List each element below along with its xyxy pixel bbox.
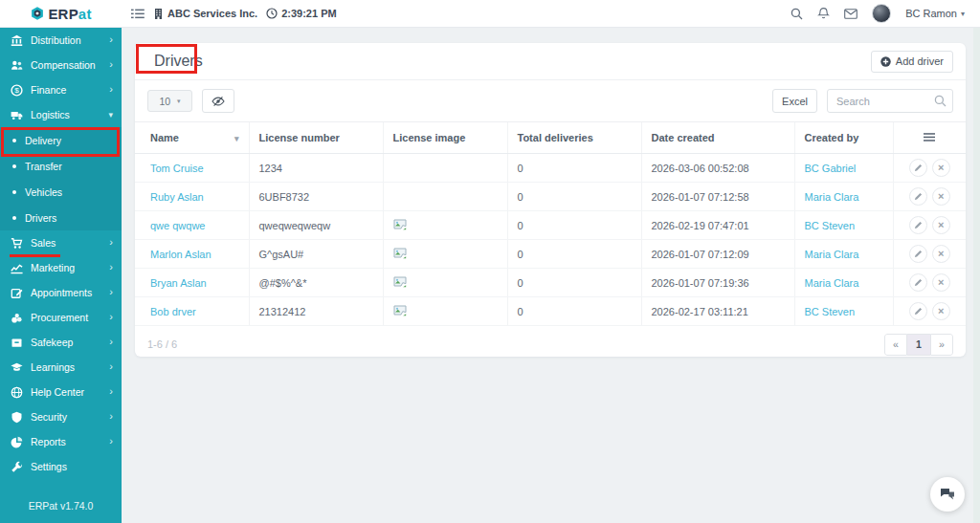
svg-text:$: $ (14, 86, 19, 95)
scrollbar-track[interactable] (973, 28, 980, 523)
created-by-link[interactable]: Maria Clara (805, 277, 859, 289)
sidebar-subitem-transfer[interactable]: Transfer (0, 153, 122, 179)
page-number-button[interactable]: 1 (907, 334, 930, 356)
created-by-link[interactable]: BC Steven (805, 306, 856, 317)
delete-button[interactable]: × (932, 216, 950, 234)
sidebar-subitem-delivery[interactable]: Delivery (0, 127, 122, 153)
search-icon (934, 95, 947, 107)
add-driver-button[interactable]: Add driver (871, 51, 953, 73)
user-menu[interactable]: BC Ramon ▾ (905, 8, 965, 19)
sidebar-item-safekeep[interactable]: Safekeep (0, 330, 122, 355)
mail-icon[interactable] (844, 9, 858, 19)
results-range: 1-6 / 6 (147, 338, 177, 350)
delete-button[interactable]: × (932, 159, 950, 177)
sidebar-subitem-drivers[interactable]: Drivers (0, 205, 122, 230)
date-created-cell: 2026-01-07 07:19:36 (641, 269, 794, 297)
license-number-cell: 6UBF8732 (249, 183, 383, 211)
sidebar-item-compensation[interactable]: Compensation (0, 53, 122, 77)
table-row: Tom Cruise 1234 0 2026-03-06 00:52:08 BC… (135, 154, 966, 183)
annotation-underline-drivers (10, 254, 60, 257)
chevron-right-icon (109, 85, 113, 95)
sidebar-item-learnings[interactable]: Learnings (0, 355, 122, 380)
edit-button[interactable] (909, 159, 927, 177)
toggle-columns-button[interactable] (202, 89, 234, 113)
sidebar-item-label: Appointments (31, 287, 92, 298)
broken-image-icon (393, 219, 407, 230)
bell-icon[interactable] (817, 7, 830, 20)
header-license-number[interactable]: License number (249, 122, 383, 154)
license-number-cell: @#$%^&* (249, 269, 383, 297)
header-date-created[interactable]: Date created (641, 122, 794, 154)
header-name[interactable]: Name▾ (135, 122, 249, 154)
created-by-link[interactable]: BC Gabriel (805, 163, 857, 174)
sidebar-item-finance[interactable]: $ Finance (0, 77, 122, 102)
license-image-cell (383, 240, 507, 269)
prev-page-button[interactable]: « (884, 334, 907, 356)
sidebar-item-sales[interactable]: Sales (0, 230, 122, 255)
sidebar-item-label: Security (31, 411, 67, 423)
date-created-cell: 2026-03-06 00:52:08 (641, 154, 794, 183)
header-total-deliveries[interactable]: Total deliveries (507, 122, 641, 154)
broken-image-icon (393, 276, 407, 288)
x-icon: × (938, 191, 944, 202)
sidebar-item-procurement[interactable]: Procurement (0, 305, 122, 330)
chevron-right-icon (109, 35, 113, 45)
chevron-down-icon (108, 110, 113, 120)
delete-button[interactable]: × (932, 245, 950, 263)
bank-icon (11, 34, 23, 47)
user-avatar[interactable] (872, 4, 891, 23)
broken-image-icon (393, 248, 407, 259)
sidebar-item-settings[interactable]: Settings (0, 454, 122, 479)
header-created-by[interactable]: Created by (794, 122, 893, 154)
graduation-cap-icon (11, 361, 23, 374)
sidebar-toggle-icon[interactable] (131, 9, 145, 19)
created-by-link[interactable]: Maria Clara (805, 249, 859, 260)
delete-button[interactable]: × (932, 302, 950, 320)
driver-name-link[interactable]: Bryan Aslan (150, 277, 207, 289)
next-page-button[interactable]: » (930, 334, 953, 356)
edit-button[interactable] (909, 273, 927, 292)
header-column-menu[interactable] (893, 122, 966, 154)
created-by-link[interactable]: Maria Clara (805, 191, 859, 203)
edit-button[interactable] (909, 216, 927, 234)
sidebar-item-appointments[interactable]: Appointments (0, 280, 122, 305)
driver-name-link[interactable]: Marlon Aslan (150, 249, 212, 260)
chevron-right-icon (109, 338, 113, 347)
sidebar-item-security[interactable]: Security (0, 404, 122, 429)
company-selector[interactable]: ABC Services Inc. (153, 8, 257, 20)
delete-button[interactable]: × (932, 187, 950, 206)
x-icon: × (938, 306, 944, 316)
page-size-select[interactable]: 10 ▾ (147, 90, 192, 112)
header-license-image[interactable]: License image (383, 122, 507, 154)
box-icon (11, 337, 23, 349)
chevron-right-icon (109, 313, 113, 322)
edit-button[interactable] (909, 302, 927, 320)
excel-export-button[interactable]: Excel (772, 89, 817, 113)
sidebar-item-reports[interactable]: Reports (0, 429, 122, 454)
edit-button[interactable] (909, 187, 927, 206)
plus-circle-icon (880, 56, 891, 67)
sidebar-item-logistics[interactable]: Logistics (0, 102, 122, 127)
date-created-cell: 2026-01-07 07:12:09 (641, 240, 794, 269)
bags-icon (11, 312, 23, 324)
sidebar-item-label: Reports (31, 436, 66, 447)
search-icon[interactable] (791, 8, 803, 20)
sidebar-item-marketing[interactable]: Marketing (0, 255, 122, 280)
table-row: Ruby Aslan 6UBF8732 0 2026-01-07 07:12:5… (135, 183, 966, 211)
created-by-link[interactable]: BC Steven (805, 220, 856, 231)
chart-line-icon (11, 262, 23, 274)
sidebar-subitem-vehicles[interactable]: Vehicles (0, 179, 122, 205)
driver-name-link[interactable]: Ruby Aslan (150, 191, 204, 203)
date-created-cell: 2026-02-19 07:47:01 (641, 211, 794, 240)
sidebar-item-help-center[interactable]: Help Center (0, 380, 122, 404)
sub-item-label: Delivery (25, 135, 61, 146)
edit-button[interactable] (909, 245, 927, 263)
delete-button[interactable]: × (932, 273, 950, 292)
driver-name-link[interactable]: Bob drver (150, 306, 196, 317)
table-row: Bob drver 21312412 0 2026-02-17 03:11:21… (135, 297, 966, 326)
chat-fab-button[interactable] (930, 477, 965, 512)
driver-name-link[interactable]: qwe qwqwe (150, 220, 205, 231)
sidebar-item-distribution[interactable]: Distribution (0, 28, 122, 53)
app-logo[interactable]: ERPat (0, 6, 122, 22)
driver-name-link[interactable]: Tom Cruise (150, 163, 204, 174)
